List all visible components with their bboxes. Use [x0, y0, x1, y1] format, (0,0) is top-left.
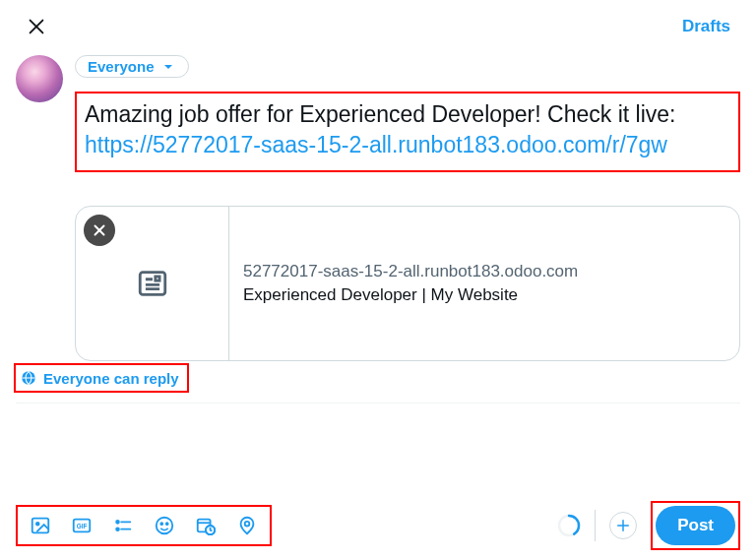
- avatar[interactable]: [16, 55, 63, 102]
- compose-text-plain: Amazing job offer for Experienced Develo…: [85, 101, 675, 127]
- divider: [16, 403, 740, 404]
- svg-rect-8: [155, 277, 158, 280]
- character-count-ring: [557, 514, 581, 537]
- compose-text[interactable]: Amazing job offer for Experienced Develo…: [75, 92, 740, 172]
- svg-point-11: [36, 523, 39, 526]
- compose-text-link: https://52772017-saas-15-2-all.runbot183…: [85, 132, 667, 157]
- post-button[interactable]: Post: [656, 506, 735, 545]
- media-button[interactable]: [30, 515, 51, 536]
- plus-icon: [614, 517, 632, 534]
- schedule-button[interactable]: [195, 515, 217, 536]
- audience-label: Everyone: [88, 58, 155, 75]
- poll-icon: [112, 515, 134, 536]
- close-icon: [91, 221, 108, 239]
- drafts-link[interactable]: Drafts: [682, 17, 740, 36]
- schedule-icon: [195, 515, 217, 536]
- link-preview-title: Experienced Developer | My Website: [243, 285, 725, 305]
- link-preview-domain: 52772017-saas-15-2-all.runbot183.odoo.co…: [243, 262, 725, 281]
- svg-point-19: [160, 523, 162, 525]
- article-icon: [136, 267, 169, 300]
- reply-settings-label: Everyone can reply: [43, 371, 179, 386]
- svg-point-20: [166, 523, 168, 525]
- svg-point-25: [245, 522, 250, 527]
- close-button[interactable]: [20, 10, 53, 43]
- emoji-button[interactable]: [154, 515, 175, 536]
- location-icon: [236, 515, 258, 536]
- image-icon: [30, 515, 51, 536]
- gif-icon: GIF: [71, 515, 93, 536]
- close-icon: [26, 16, 47, 37]
- emoji-icon: [154, 515, 175, 536]
- reply-settings-button[interactable]: Everyone can reply: [14, 363, 189, 393]
- remove-card-button[interactable]: [84, 215, 115, 246]
- svg-text:GIF: GIF: [77, 523, 88, 529]
- separator: [595, 510, 596, 541]
- link-preview-card[interactable]: 52772017-saas-15-2-all.runbot183.odoo.co…: [75, 206, 740, 361]
- audience-selector[interactable]: Everyone: [75, 55, 189, 78]
- svg-point-14: [116, 521, 119, 524]
- gif-button[interactable]: GIF: [71, 515, 93, 536]
- chevron-down-icon: [160, 59, 176, 75]
- poll-button[interactable]: [112, 515, 134, 536]
- compose-toolbar: GIF: [16, 505, 272, 546]
- location-button[interactable]: [236, 515, 258, 536]
- add-thread-button[interactable]: [609, 512, 637, 539]
- globe-icon: [20, 369, 37, 387]
- svg-point-18: [157, 518, 173, 534]
- svg-point-16: [116, 528, 119, 530]
